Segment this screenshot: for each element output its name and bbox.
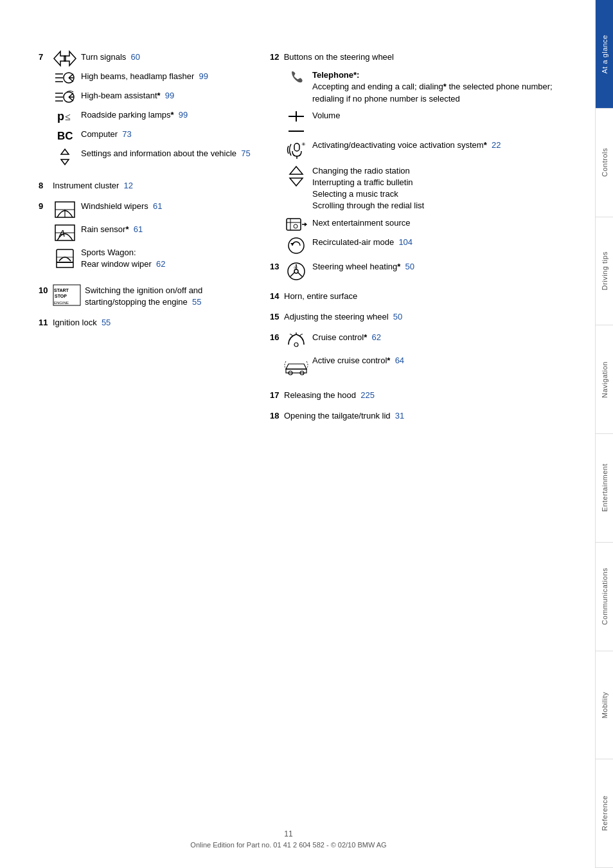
steering-wheel-adjust-page[interactable]: 50 [393, 312, 402, 321]
radio-track-icon [284, 165, 308, 187]
releasing-hood-page[interactable]: 225 [360, 390, 375, 400]
page-number: 11 [0, 829, 577, 838]
tab-driving-tips-label: Driving tips [601, 251, 609, 290]
settings-arrows-icon [53, 148, 77, 166]
cruise-control-page[interactable]: 62 [372, 332, 381, 342]
item-number-9: 9 [39, 201, 53, 211]
high-beams-icon [53, 71, 77, 85]
tab-mobility[interactable]: Mobility [596, 651, 613, 760]
active-cruise-control-page[interactable]: 64 [395, 356, 404, 365]
svg-text:STOP: STOP [55, 294, 67, 298]
sidebar-tabs: At a glance Controls Driving tips Naviga… [595, 0, 613, 868]
tab-driving-tips[interactable]: Driving tips [596, 217, 613, 326]
computer-page[interactable]: 73 [122, 129, 131, 139]
windshield-wipers-text: Windshield wipers 61 [81, 201, 257, 212]
next-entertainment-item: Next entertainment source [284, 217, 582, 231]
tab-entertainment[interactable]: Entertainment [596, 434, 613, 543]
tab-controls-label: Controls [601, 148, 609, 177]
instrument-cluster-page[interactable]: 12 [124, 181, 133, 190]
svg-text:✳: ✳ [293, 264, 298, 271]
telephone-icon [284, 69, 308, 87]
item-12-header-text: 12 Buttons on the steering wheel [270, 51, 582, 63]
recirculated-air-text: Recirculated-air mode 104 [312, 237, 582, 248]
high-beams-page[interactable]: 99 [199, 71, 208, 81]
high-beams-text: High beams, headlamp flasher 99 [81, 71, 257, 82]
steering-wheel-heating-page[interactable]: 50 [405, 262, 414, 271]
windshield-wipers-page[interactable]: 61 [153, 201, 162, 211]
volume-plus-text: Volume [312, 110, 582, 122]
svg-text:p: p [57, 110, 64, 123]
active-cruise-control-icon [284, 355, 308, 375]
steering-wheel-heating-text: Steering wheel heating* 50 [312, 261, 582, 273]
svg-rect-22 [57, 262, 73, 267]
svg-text:START: START [54, 288, 69, 293]
tailgate-text: Opening the tailgate/trunk lid 31 [284, 410, 582, 422]
start-stop-text: Switching the ignition on/off and starti… [85, 285, 257, 308]
item-number-11: 11 [39, 318, 53, 327]
svg-marker-34 [290, 167, 303, 174]
turn-signals-page[interactable]: 60 [131, 52, 140, 62]
item-number-16: 16 [270, 332, 284, 342]
voice-activation-item: ✳ Activating/deactivating voice activati… [284, 140, 582, 160]
footer-text: Online Edition for Part no. 01 41 2 604 … [0, 841, 577, 849]
svg-marker-14 [61, 159, 69, 165]
tab-reference[interactable]: Reference [596, 759, 613, 868]
horn-text: Horn, entire surface [284, 291, 582, 302]
item-12-header: 12 Buttons on the steering wheel [270, 51, 582, 63]
radio-track-item: Changing the radio station Interrupting … [284, 165, 582, 212]
svg-rect-31 [294, 143, 299, 151]
high-beam-assistant-page[interactable]: 99 [165, 91, 174, 100]
footer: 11 Online Edition for Part no. 01 41 2 6… [0, 829, 577, 849]
cruise-control-text: Cruise control* 62 [312, 332, 582, 343]
item-18-group: 18 Opening the tailgate/trunk lid 31 [270, 410, 582, 422]
next-entertainment-text: Next entertainment source [312, 217, 582, 229]
releasing-hood-text: Releasing the hood 225 [284, 390, 582, 401]
rain-sensor-page[interactable]: 61 [134, 224, 143, 234]
item-16-group: 16 [270, 332, 582, 381]
settings-text: Settings and information about the vehic… [81, 148, 257, 159]
tab-controls[interactable]: Controls [596, 109, 613, 217]
volume-minus-item [284, 128, 582, 134]
radio-track-text: Changing the radio station Interrupting … [312, 165, 582, 212]
item-13-group: 13 ✳ [270, 261, 582, 282]
tab-navigation[interactable]: Navigation [596, 325, 613, 434]
svg-rect-36 [287, 219, 301, 230]
high-beam-assistant-icon [53, 90, 77, 104]
settings-page[interactable]: 75 [241, 149, 250, 158]
recirculated-air-page[interactable]: 104 [398, 237, 413, 247]
item-number-15: 15 [270, 312, 284, 321]
item-15-group: 15 Adjusting the steering wheel 50 [270, 311, 582, 323]
item-11-group: 11 Ignition lock 55 [39, 317, 257, 329]
next-entertainment-icon [284, 217, 308, 231]
item-17-group: 17 Releasing the hood 225 [270, 390, 582, 401]
svg-text:✳: ✳ [301, 141, 306, 147]
svg-point-39 [294, 224, 298, 228]
item-number-14: 14 [270, 291, 284, 301]
telephone-item: Telephone*: Accepting and ending a call;… [284, 69, 582, 105]
volume-minus-icon [284, 128, 308, 134]
svg-line-47 [290, 273, 294, 276]
recirculated-air-item: Recirculated-air mode 104 [284, 237, 582, 255]
sports-wagon-wiper-page[interactable]: 62 [156, 259, 165, 269]
svg-point-50 [294, 343, 298, 347]
voice-activation-page[interactable]: 22 [492, 140, 501, 150]
tab-communications[interactable]: Communications [596, 543, 613, 651]
svg-line-48 [298, 273, 302, 276]
start-stop-page[interactable]: 55 [192, 297, 201, 307]
computer-bc-icon: BC [53, 129, 77, 143]
active-cruise-control-text: Active cruise control* 64 [312, 355, 582, 366]
tab-reference-label: Reference [601, 795, 609, 831]
item-10-group: 10 START STOP ENGINE Switching the ignit… [39, 285, 257, 308]
tab-at-a-glance[interactable]: At a glance [596, 0, 613, 109]
ignition-lock-page[interactable]: 55 [102, 318, 111, 327]
volume-plus-icon [284, 110, 308, 123]
tailgate-page[interactable]: 31 [395, 411, 404, 420]
svg-rect-52 [286, 369, 306, 373]
parking-lamps-text: Roadside parking lamps* 99 [81, 109, 257, 121]
cruise-control-icon [284, 332, 308, 350]
high-beam-assistant-text: High-beam assistant* 99 [81, 90, 257, 102]
svg-marker-43 [290, 243, 294, 246]
telephone-text: Telephone*: Accepting and ending a call;… [312, 69, 582, 105]
parking-lamps-page[interactable]: 99 [179, 110, 188, 120]
svg-point-42 [289, 238, 304, 253]
